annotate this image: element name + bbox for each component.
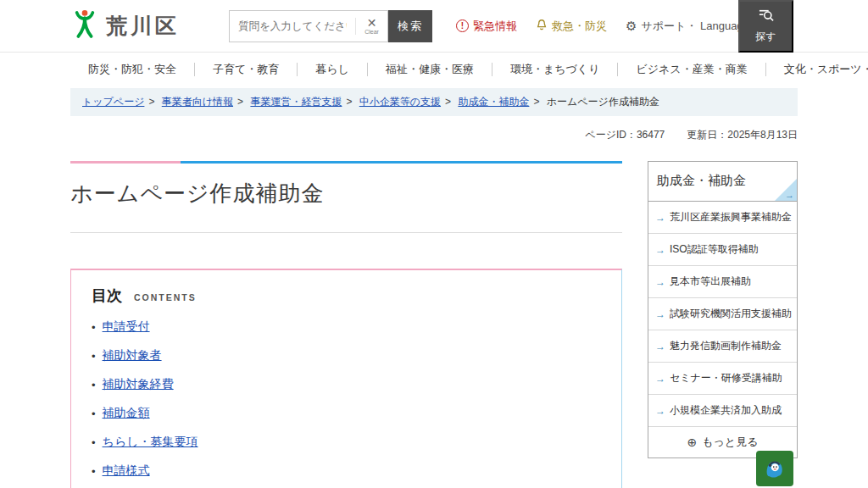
global-nav-item[interactable]: 暮らし [298, 63, 368, 76]
toc-link[interactable]: ちらし・募集要項 [103, 435, 198, 450]
site-logo[interactable]: 荒川区 [70, 9, 180, 43]
alert-circle-icon: ! [456, 19, 469, 32]
sidebar-link[interactable]: → 小規模企業共済加入助成 [648, 395, 797, 427]
toc-subheading: CONTENTS [134, 292, 197, 302]
arakawa-logo-icon [70, 9, 99, 43]
breadcrumb-link[interactable]: 事業運営・経営支援 [250, 96, 342, 108]
arrow-right-icon: → [655, 244, 665, 256]
toc-link[interactable]: 申請受付 [103, 319, 150, 335]
global-nav: 防災・防犯・安全 子育て・教育 暮らし 福祉・健康・医療 環境・まちづくり ビジ… [0, 53, 868, 86]
toc-link[interactable]: 補助対象者 [103, 348, 162, 363]
breadcrumb-separator: > [148, 96, 154, 108]
sidebar-link[interactable]: → 荒川区産業振興事業補助金 [648, 202, 797, 234]
arrow-right-icon: → [655, 341, 665, 352]
chatbot-button[interactable] [756, 451, 793, 486]
updated-date: 更新日：2025年8月13日 [687, 128, 798, 142]
global-nav-item[interactable]: 環境・まちづくり [492, 63, 619, 76]
breadcrumb-current: ホームページ作成補助金 [547, 96, 659, 108]
toc-item: 申請様式 [92, 463, 601, 479]
page-title: ホームページ作成補助金 [70, 179, 622, 208]
arrow-right-icon: → [655, 276, 665, 288]
title-accent-rule [70, 161, 622, 164]
global-nav-item[interactable]: 子育て・教育 [195, 63, 298, 76]
global-nav-item[interactable]: 防災・防犯・安全 [70, 63, 195, 76]
global-nav-item[interactable]: ビジネス・産業・商業 [618, 63, 765, 76]
clear-search-button[interactable]: ✕ Clear [355, 18, 387, 35]
page-id: ページID：36477 [585, 128, 665, 142]
breadcrumb-link[interactable]: トップページ [82, 96, 144, 108]
breadcrumb-link[interactable]: 中小企業等の支援 [359, 96, 441, 108]
close-icon: ✕ [367, 18, 377, 29]
breadcrumb-separator: > [346, 96, 352, 108]
gear-icon: ⚙ [626, 19, 637, 34]
toc-item: 補助対象経費 [92, 377, 601, 392]
main-content: ホームページ作成補助金 目次 CONTENTS 申請受付 補助対象者 [70, 161, 622, 488]
utility-links: ! 緊急情報 救急・防災 ⚙ サポート・ Language [456, 19, 749, 34]
toc-link[interactable]: 補助対象経費 [103, 377, 174, 392]
related-subsidies-sidebar: 助成金・補助金 → → 荒川区産業振興事業補助金 → ISO認証等取得補助 → … [648, 161, 798, 458]
bell-icon [536, 19, 548, 33]
sidebar-link[interactable]: → セミナー・研修受講補助 [648, 363, 797, 395]
plus-circle-icon: ⊕ [687, 435, 698, 449]
global-nav-item[interactable]: 福祉・健康・医療 [368, 63, 492, 76]
toc-item: 補助金額 [92, 406, 601, 421]
toc-item: 補助対象者 [92, 348, 601, 363]
sidebar-link[interactable]: → 魅力発信動画制作補助金 [648, 330, 797, 363]
table-of-contents: 目次 CONTENTS 申請受付 補助対象者 補助対象経費 [70, 269, 622, 488]
arrow-right-icon: → [785, 190, 794, 200]
breadcrumb-link[interactable]: 助成金・補助金 [458, 96, 529, 108]
sidebar-link[interactable]: → ISO認証等取得補助 [648, 234, 797, 266]
support-language-link[interactable]: ⚙ サポート・ Language [626, 19, 749, 34]
sidebar-link[interactable]: → 試験研究機関活用支援補助 [648, 298, 797, 330]
toc-item: 申請受付 [92, 319, 601, 335]
arrow-right-icon: → [655, 212, 665, 224]
breadcrumb-separator: > [533, 96, 539, 108]
breadcrumb-link[interactable]: 事業者向け情報 [162, 96, 233, 108]
arrow-right-icon: → [655, 373, 665, 385]
sidebar-header[interactable]: 助成金・補助金 → [648, 162, 797, 202]
toc-item: ちらし・募集要項 [92, 435, 601, 450]
search-menu-icon [757, 8, 776, 26]
sidebar-link[interactable]: → 見本市等出展補助 [648, 266, 797, 298]
title-divider [70, 232, 622, 233]
site-search: ✕ Clear 検索 [229, 10, 432, 42]
disaster-link[interactable]: 救急・防災 [536, 19, 607, 34]
site-header: 荒川区 ✕ Clear 検索 ! 緊急情報 [0, 0, 868, 53]
search-button[interactable]: 検索 [388, 10, 432, 42]
breadcrumb-separator: > [237, 96, 243, 108]
toc-heading: 目次 [92, 286, 122, 306]
arrow-right-icon: → [655, 405, 665, 417]
find-menu-button[interactable]: 探す [738, 0, 793, 53]
breadcrumb: トップページ> 事業者向け情報> 事業運営・経営支援> 中小企業等の支援> 助成… [70, 88, 798, 116]
breadcrumb-separator: > [445, 96, 451, 108]
toc-link[interactable]: 申請様式 [103, 463, 150, 479]
chatbot-mascot-icon [762, 454, 787, 483]
search-input[interactable] [230, 20, 355, 32]
page-meta: ページID：36477 更新日：2025年8月13日 [70, 128, 798, 142]
global-nav-item[interactable]: 文化・スポーツ・観光 [766, 63, 868, 76]
emergency-info-link[interactable]: ! 緊急情報 [456, 19, 517, 34]
toc-link[interactable]: 補助金額 [103, 406, 150, 421]
arrow-right-icon: → [655, 308, 665, 320]
logo-text: 荒川区 [106, 12, 180, 40]
